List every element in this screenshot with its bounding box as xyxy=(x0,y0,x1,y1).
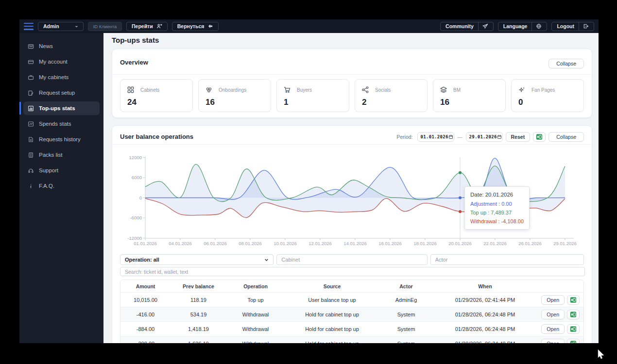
sidebar-item-label: My account xyxy=(39,59,68,65)
stat-tile-buyers: Buyers 1 xyxy=(276,79,349,112)
stat-tile-socials: Socials 2 xyxy=(355,79,428,112)
overview-card: Overview Collapse Cabinets 24 Onboarding… xyxy=(112,49,592,118)
go-button[interactable]: Перейти xyxy=(126,22,168,31)
sidebar-item-my-cabinets[interactable]: My cabinets xyxy=(23,70,100,84)
svg-text:29.01.2026: 29.01.2026 xyxy=(553,241,577,246)
excel-icon xyxy=(536,133,543,140)
cart-icon xyxy=(283,86,291,94)
date-to-input[interactable]: 29.01.2026 xyxy=(466,132,503,142)
source-cell: Hold for cabinet top up xyxy=(285,322,379,336)
actor-cell: System xyxy=(379,336,433,343)
sidebar-item-support[interactable]: Support xyxy=(23,164,100,177)
app-window: Admin Перейти Вернуться Community Langua… xyxy=(19,19,599,343)
tooltip-row: Withdrawal : -4,108.00 xyxy=(470,217,524,225)
sidebar-item-packs-list[interactable]: Packs list xyxy=(23,148,100,162)
export-excel-button[interactable] xyxy=(567,324,580,334)
export-excel-button[interactable] xyxy=(567,295,580,305)
stat-value: 16 xyxy=(206,98,215,107)
operation-select-value: Operation: all xyxy=(125,257,159,263)
stat-label: Onboardings xyxy=(219,87,246,93)
date-from-input[interactable]: 01.01.2026 xyxy=(417,132,454,142)
sidebar-item-top-ups-stats[interactable]: Top-ups stats xyxy=(23,101,100,115)
sidebar-item-label: Top-ups stats xyxy=(39,105,75,111)
amount-cell: -884.00 xyxy=(120,322,171,336)
stat-value: 24 xyxy=(127,98,137,107)
tooltip-date: Date: 20.01.2026 xyxy=(470,191,524,199)
table-row: -208.001,626.19WithdrawalHold for cabine… xyxy=(120,336,583,343)
svg-text:06.01.2026: 06.01.2026 xyxy=(204,241,227,246)
search-input[interactable] xyxy=(120,267,585,276)
open-button[interactable]: Open xyxy=(541,295,565,305)
sidebar-item-spends-stats[interactable]: Spends stats xyxy=(23,117,100,131)
card-icon xyxy=(28,59,34,65)
go-label: Перейти xyxy=(132,23,153,29)
sidebar-item-my-account[interactable]: My account xyxy=(23,55,100,68)
operations-collapse-button[interactable]: Collapse xyxy=(548,132,584,142)
svg-text:16.01.2026: 16.01.2026 xyxy=(378,241,402,246)
prev-balance-cell: 1,418.19 xyxy=(171,322,226,336)
sidebar-item-requests-history[interactable]: Requests history xyxy=(23,132,100,146)
open-button[interactable]: Open xyxy=(541,339,565,344)
column-header-prev-balance: Prev balance xyxy=(171,280,226,292)
source-cell: Hold for cabinet top up xyxy=(285,336,379,343)
sidebar-item-faq[interactable]: F.A.Q. xyxy=(23,179,100,193)
svg-text:20.01.2026: 20.01.2026 xyxy=(448,241,472,246)
clipboard-pen-icon xyxy=(28,90,34,96)
stat-label: Fan Pages xyxy=(531,87,555,93)
stat-label: Cabinets xyxy=(140,87,159,93)
cluster-icon xyxy=(205,86,213,94)
operation-cell: Withdrawal xyxy=(226,307,285,321)
reset-button[interactable]: Reset xyxy=(506,132,531,142)
community-button[interactable]: Community xyxy=(440,22,494,31)
stat-label: Socials xyxy=(375,87,391,93)
prev-balance-cell: 118.19 xyxy=(171,293,226,307)
logout-button[interactable]: Logout xyxy=(551,22,594,31)
stat-value: 2 xyxy=(362,98,366,107)
trend-chart-icon xyxy=(28,121,34,127)
sparkles-icon xyxy=(518,86,526,94)
source-cell: User balance top up xyxy=(285,293,379,307)
sidebar-item-label: Support xyxy=(39,167,58,173)
share-icon xyxy=(361,86,369,94)
svg-text:0: 0 xyxy=(139,195,142,200)
language-label: Language xyxy=(503,23,528,29)
amount-cell: -416.00 xyxy=(120,307,171,321)
sidebar-item-news[interactable]: News xyxy=(23,39,100,53)
operations-table: Amount Prev balance Operation Source Act… xyxy=(120,280,584,343)
open-button[interactable]: Open xyxy=(541,310,565,319)
operation-select[interactable]: Operation: all xyxy=(120,254,274,265)
sidebar-item-label: My cabinets xyxy=(39,74,69,80)
export-excel-button[interactable] xyxy=(533,132,546,142)
admin-dropdown[interactable]: Admin xyxy=(38,22,84,31)
export-excel-button[interactable] xyxy=(567,310,580,319)
overview-collapse-button[interactable]: Collapse xyxy=(548,59,584,68)
hamburger-menu-icon[interactable] xyxy=(24,23,34,30)
date-to-value: 29.01.2026 xyxy=(469,134,497,139)
open-button[interactable]: Open xyxy=(541,324,565,334)
sidebar-item-request-setup[interactable]: Request setup xyxy=(23,86,100,99)
tooltip-row: Top up : 7,489.37 xyxy=(470,209,524,216)
tooltip-row: Adjustment : 0.00 xyxy=(470,200,524,208)
calendar-icon xyxy=(448,134,453,139)
date-range-separator: — xyxy=(458,134,463,140)
language-button[interactable]: Language xyxy=(498,22,548,31)
column-header-amount: Amount xyxy=(120,280,171,292)
column-header-operation: Operation xyxy=(226,280,285,292)
table-row: 10,015.00118.19Top upUser balance top up… xyxy=(120,292,583,307)
filters-row: Operation: all xyxy=(120,254,584,265)
client-id-input[interactable] xyxy=(88,22,122,31)
table-row: -884.001,418.19WithdrawalHold for cabine… xyxy=(120,321,583,336)
when-cell: 01/28/2026, 06:24:48 PM xyxy=(433,322,537,336)
bar-chart-icon xyxy=(28,105,34,112)
stat-label: BM xyxy=(453,87,461,93)
sidebar-item-label: Request setup xyxy=(39,90,75,96)
export-excel-button[interactable] xyxy=(567,339,580,344)
admin-label: Admin xyxy=(43,23,59,29)
stat-label: Buyers xyxy=(297,87,312,93)
operations-card: User balance operations Period: 01.01.20… xyxy=(112,125,592,343)
back-button[interactable]: Вернуться xyxy=(172,22,219,31)
cabinet-input[interactable] xyxy=(276,254,427,265)
actor-input[interactable] xyxy=(430,254,584,265)
chevron-down-icon xyxy=(264,258,269,262)
source-cell: Hold for cabinet top up xyxy=(285,307,379,321)
